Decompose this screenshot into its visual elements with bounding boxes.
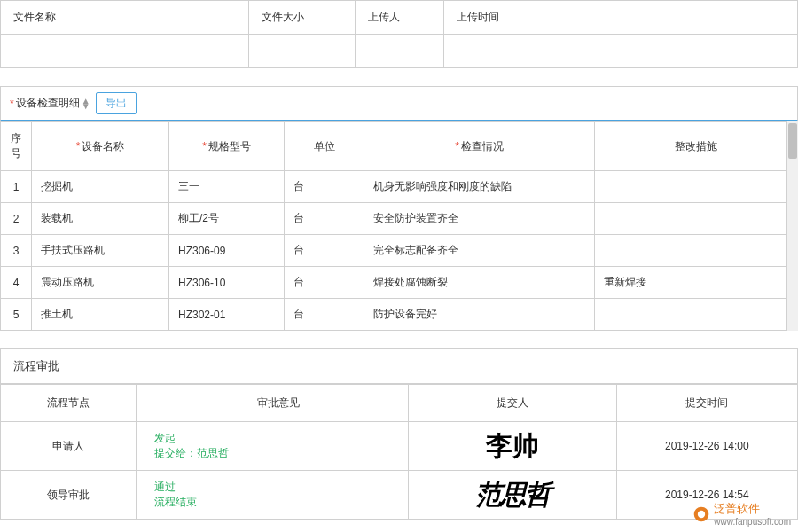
- approval-row: 申请人发起提交给：范思哲李帅2019-12-26 14:00: [1, 422, 798, 471]
- cell-unit: 台: [285, 203, 364, 235]
- watermark-brand: 泛普软件: [714, 502, 760, 515]
- opinion-status: 通过: [154, 480, 402, 495]
- cell-name: 挖掘机: [32, 171, 169, 203]
- vertical-scrollbar[interactable]: [786, 121, 798, 331]
- cell-opinion: 发起提交给：范思哲: [137, 422, 408, 471]
- detail-header-index[interactable]: 序号: [1, 122, 32, 171]
- cell-index: 1: [1, 171, 32, 203]
- cell-unit: 台: [285, 171, 364, 203]
- cell-time: 2019-12-26 14:00: [616, 422, 797, 471]
- approval-header-submitter: 提交人: [408, 385, 616, 422]
- opinion-status: 发起: [154, 431, 402, 446]
- opinion-target: 流程结束: [154, 495, 402, 510]
- approval-header-time: 提交时间: [616, 385, 797, 422]
- cell-name: 手扶式压路机: [32, 235, 169, 267]
- file-header-name[interactable]: 文件名称: [1, 1, 249, 35]
- scrollbar-thumb[interactable]: [788, 123, 797, 159]
- approval-table: 流程节点 审批意见 提交人 提交时间 申请人发起提交给：范思哲李帅2019-12…: [0, 384, 798, 520]
- cell-opinion: 通过流程结束: [137, 471, 408, 520]
- cell-check: 完全标志配备齐全: [364, 235, 595, 267]
- cell-name: 装载机: [32, 203, 169, 235]
- sort-icon[interactable]: ▲▼: [82, 98, 89, 109]
- detail-header-action[interactable]: 整改措施: [595, 122, 798, 171]
- cell-node: 领导审批: [1, 471, 137, 520]
- watermark-url: www.fanpusoft.com: [714, 517, 791, 520]
- cell-action: 重新焊接: [595, 267, 798, 299]
- file-attachments-table: 文件名称 文件大小 上传人 上传时间: [0, 0, 798, 68]
- cell-unit: 台: [285, 267, 364, 299]
- cell-spec: HZ306-10: [169, 267, 285, 299]
- table-row[interactable]: 3手扶式压路机HZ306-09台完全标志配备齐全: [1, 235, 798, 267]
- detail-header-name[interactable]: *设备名称: [32, 122, 169, 171]
- cell-index: 4: [1, 267, 32, 299]
- cell-name: 震动压路机: [32, 267, 169, 299]
- cell-action: [595, 299, 798, 331]
- cell-spec: HZ302-01: [169, 299, 285, 331]
- file-header-blank: [559, 1, 798, 35]
- approval-header-node: 流程节点: [1, 385, 137, 422]
- table-row[interactable]: 1挖掘机三一台机身无影响强度和刚度的缺陷: [1, 171, 798, 203]
- cell-action: [595, 235, 798, 267]
- cell-unit: 台: [285, 235, 364, 267]
- cell-check: 防护设备完好: [364, 299, 595, 331]
- file-empty-row: [1, 35, 798, 68]
- cell-node: 申请人: [1, 422, 137, 471]
- table-row[interactable]: 4震动压路机HZ306-10台焊接处腐蚀断裂重新焊接: [1, 267, 798, 299]
- export-button[interactable]: 导出: [96, 92, 137, 114]
- table-row[interactable]: 5推土机HZ302-01台防护设备完好: [1, 299, 798, 331]
- cell-index: 5: [1, 299, 32, 331]
- cell-check: 安全防护装置齐全: [364, 203, 595, 235]
- approval-header-opinion: 审批意见: [137, 385, 408, 422]
- table-row[interactable]: 2装载机柳工/2号台安全防护装置齐全: [1, 203, 798, 235]
- opinion-target: 提交给：范思哲: [154, 446, 402, 461]
- watermark: 泛普软件 www.fanpusoft.com: [692, 501, 791, 520]
- cell-index: 3: [1, 235, 32, 267]
- cell-signature: 范思哲: [408, 471, 616, 520]
- detail-header-unit[interactable]: 单位: [285, 122, 364, 171]
- cell-spec: 三一: [169, 171, 285, 203]
- file-header-size[interactable]: 文件大小: [249, 1, 356, 35]
- cell-check: 焊接处腐蚀断裂: [364, 267, 595, 299]
- cell-index: 2: [1, 203, 32, 235]
- cell-spec: HZ306-09: [169, 235, 285, 267]
- logo-icon: [692, 505, 710, 520]
- detail-header-check[interactable]: *检查情况: [364, 122, 595, 171]
- equipment-detail-table: 序号 *设备名称 *规格型号 单位 *检查情况 整改措施 1挖掘机三一台机身无影…: [0, 121, 798, 331]
- cell-check: 机身无影响强度和刚度的缺陷: [364, 171, 595, 203]
- cell-name: 推土机: [32, 299, 169, 331]
- svg-point-1: [698, 510, 705, 517]
- cell-action: [595, 171, 798, 203]
- cell-unit: 台: [285, 299, 364, 331]
- detail-header-spec[interactable]: *规格型号: [169, 122, 285, 171]
- cell-action: [595, 203, 798, 235]
- cell-signature: 李帅: [408, 422, 616, 471]
- approval-section-title: 流程审批: [0, 348, 798, 384]
- approval-row: 领导审批通过流程结束范思哲2019-12-26 14:54: [1, 471, 798, 520]
- cell-spec: 柳工/2号: [169, 203, 285, 235]
- detail-section-header: * 设备检查明细 ▲▼ 导出: [0, 86, 798, 121]
- detail-section-title: * 设备检查明细 ▲▼: [10, 96, 89, 111]
- file-header-time[interactable]: 上传时间: [444, 1, 559, 35]
- file-header-uploader[interactable]: 上传人: [356, 1, 444, 35]
